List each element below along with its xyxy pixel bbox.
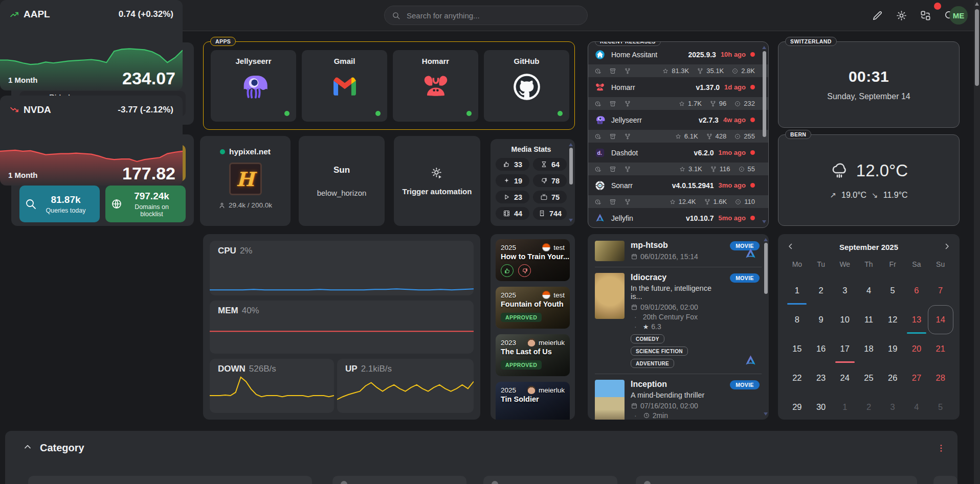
request-year: 2025 <box>501 291 516 299</box>
calendar-day: 3 <box>833 276 857 305</box>
request-card[interactable]: 2025 meierluk Tin Soldier <box>496 382 570 420</box>
app-name: Jellyseerr <box>211 57 296 65</box>
fork-icon <box>624 133 631 140</box>
category-card[interactable] <box>332 476 466 484</box>
request-card[interactable]: 2023 meierluk The Last of Us APPROVED <box>496 334 570 376</box>
header-action-button[interactable] <box>896 10 907 21</box>
scrollbar-thumb[interactable] <box>975 9 979 86</box>
release-issues: 255 <box>744 132 755 140</box>
releases-scrollbar[interactable] <box>762 46 766 223</box>
app-tile[interactable]: Homarr <box>393 50 478 122</box>
header-action-button[interactable] <box>872 10 883 21</box>
release-row[interactable]: Jellyfin v10.10.7 5mo ago <box>588 210 768 226</box>
calendar-prev-button[interactable] <box>785 241 796 252</box>
fork-icon <box>709 100 717 107</box>
header-action-button[interactable] <box>920 10 931 21</box>
release-row[interactable]: Jellyseerr v2.7.3 4w ago <box>588 111 768 128</box>
minecraft-server-widget: hypixel.net H 29.4k / 200.0k <box>200 136 291 226</box>
calendar-day: 13 <box>905 305 929 334</box>
automation-widget[interactable]: Trigger automation <box>394 136 480 226</box>
trend-icon <box>9 104 20 115</box>
page-scrollbar[interactable] <box>974 0 980 484</box>
media-item[interactable]: Idiocracy In the future, intelligence is… <box>595 267 762 374</box>
apps-section: APPS Jellyseerr Gmail Homarr <box>203 41 575 130</box>
calendar-day: 16 <box>809 334 833 363</box>
media-type-badge: MOVIE <box>730 380 760 389</box>
calendar-day: 10 <box>833 305 857 334</box>
thumb-down-icon <box>521 267 528 274</box>
media-stat-icon <box>538 210 546 217</box>
clock-check-icon <box>594 133 602 140</box>
media-duration: 2min <box>653 411 668 420</box>
release-entry: Home Assitant 2025.9.3 10h ago 81.3K <box>588 46 768 77</box>
release-stats-row: 1.7K 96 232 <box>588 97 768 110</box>
release-app-icon <box>594 49 606 60</box>
release-alert-dot <box>750 118 755 122</box>
media-date: 07/16/2010, 02:00 <box>640 402 698 410</box>
release-row[interactable]: Dashdot v6.2.0 1mo ago <box>588 144 768 161</box>
avatar[interactable]: ME <box>949 6 968 25</box>
archive-icon <box>609 67 616 75</box>
search-field[interactable] <box>406 11 580 20</box>
server-host: hypixel.net <box>229 147 271 156</box>
category-title: Category <box>40 442 84 454</box>
media-item[interactable]: mp-htsob 06/01/2016, 15:14 MOVIE <box>595 235 762 267</box>
release-row[interactable]: Homarr v1.37.0 1d ago <box>588 79 768 96</box>
fork-icon <box>624 198 631 205</box>
release-forks: 116 <box>720 165 730 173</box>
release-name: Home Assitant <box>611 51 657 59</box>
media-type-badge: MOVIE <box>730 273 760 283</box>
media-stats-scrollbar[interactable] <box>569 143 573 222</box>
release-stats-row: 3.1K 116 55 <box>588 163 768 175</box>
category-menu-button[interactable] <box>936 443 946 455</box>
clock-date: Sunday, September 14 <box>827 92 910 101</box>
request-card[interactable]: 2025 test How to Train Your... <box>496 239 570 281</box>
release-forks: 1.6K <box>714 198 727 205</box>
calendar-day: 28 <box>928 363 952 393</box>
release-row[interactable]: Home Assitant 2025.9.3 10h ago <box>588 46 768 63</box>
fork-icon <box>697 67 704 75</box>
category-collapse-button[interactable] <box>23 442 33 454</box>
cpu-label: CPU <box>218 246 236 256</box>
stock-period: 1 Month <box>8 171 38 179</box>
calendar-weekday: We <box>833 257 857 272</box>
app-tile[interactable]: Jellyseerr <box>211 50 296 122</box>
request-card[interactable]: 2025 test Fountain of Youth APPROVED <box>496 287 570 329</box>
clock-check-icon <box>594 67 602 75</box>
fork-icon <box>624 100 631 107</box>
calendar-weekday: Tu <box>809 257 833 272</box>
release-age: 4w ago <box>723 116 746 124</box>
release-version: v4.0.15.2941 <box>672 181 714 190</box>
notification-dot <box>934 3 941 10</box>
media-service-icon <box>744 247 758 261</box>
category-card[interactable] <box>483 476 617 484</box>
category-card[interactable] <box>28 476 312 484</box>
calendar-day: 3 <box>881 393 905 422</box>
app-tile[interactable]: GitHub <box>484 50 569 122</box>
search-input[interactable] <box>384 6 588 25</box>
apps-section-label: APPS <box>210 37 236 46</box>
calendar-day: 27 <box>905 363 929 393</box>
release-version: v10.10.7 <box>686 214 714 222</box>
decline-button[interactable] <box>518 264 531 277</box>
requester-name: test <box>553 244 565 251</box>
media-list-scrollbar[interactable] <box>764 238 768 416</box>
release-app-icon <box>594 82 606 93</box>
calendar-day: 21 <box>928 334 952 363</box>
release-row[interactable]: Sonarr v4.0.15.2941 3mo ago <box>588 177 768 194</box>
calendar-weekday: Sa <box>905 257 929 272</box>
calendar-next-button[interactable] <box>941 241 952 252</box>
app-tile[interactable]: Gmail <box>302 50 387 122</box>
media-stat-icon <box>503 160 510 168</box>
header-action-icon <box>896 10 907 21</box>
calendar-day: 5 <box>881 276 905 305</box>
media-item[interactable]: Inception A mind-bending thriller 07/16/… <box>595 374 762 420</box>
category-card[interactable] <box>636 476 917 484</box>
category-card[interactable] <box>933 476 957 484</box>
app-icon <box>492 481 498 484</box>
scroll-up-arrow[interactable] <box>975 2 979 6</box>
release-version: v6.2.0 <box>694 149 714 157</box>
homarr-dashboard: Homarr ME Pi-hole ENABLED <box>0 0 980 484</box>
approve-button[interactable] <box>501 264 514 277</box>
release-issues: 232 <box>744 100 755 107</box>
